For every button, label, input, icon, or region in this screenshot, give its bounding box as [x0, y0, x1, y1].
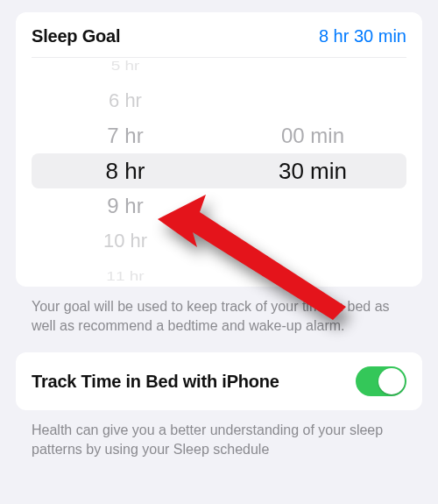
picker-spacer: [219, 259, 406, 294]
picker-hour-option[interactable]: 5 hr: [32, 53, 219, 79]
picker-hour-option[interactable]: 11 hr: [32, 263, 219, 289]
picker-hours-column[interactable]: 5 hr 6 hr 7 hr 8 hr 9 hr 10 hr 11 hr: [32, 63, 219, 278]
track-time-footer: Health can give you a better understandi…: [16, 410, 422, 458]
track-time-row: Track Time in Bed with iPhone: [16, 352, 422, 410]
picker-minute-option[interactable]: 00 min: [219, 118, 406, 153]
sleep-goal-card: Sleep Goal 8 hr 30 min 5 hr 6 hr 7 hr 8 …: [16, 12, 422, 287]
picker-minute-selected[interactable]: 30 min: [219, 153, 406, 188]
picker-spacer: [219, 224, 406, 259]
picker-spacer: [219, 48, 406, 83]
sleep-goal-title: Sleep Goal: [32, 26, 120, 46]
picker-spacer: [219, 83, 406, 118]
track-time-switch[interactable]: [356, 366, 406, 396]
sleep-goal-picker[interactable]: 5 hr 6 hr 7 hr 8 hr 9 hr 10 hr 11 hr 00 …: [32, 63, 406, 278]
picker-hour-selected[interactable]: 8 hr: [32, 153, 219, 188]
track-time-label: Track Time in Bed with iPhone: [32, 371, 279, 393]
picker-hour-option[interactable]: 9 hr: [32, 188, 219, 224]
sleep-goal-footer: Your goal will be used to keep track of …: [16, 287, 422, 352]
sleep-goal-value[interactable]: 8 hr 30 min: [319, 26, 406, 46]
picker-minutes-column[interactable]: 00 min 30 min: [219, 63, 406, 278]
picker-hour-option[interactable]: 6 hr: [32, 83, 219, 118]
picker-hour-option[interactable]: 7 hr: [32, 118, 219, 153]
picker-spacer: [219, 188, 406, 224]
picker-hour-option[interactable]: 10 hr: [32, 224, 219, 259]
switch-knob: [378, 368, 405, 394]
